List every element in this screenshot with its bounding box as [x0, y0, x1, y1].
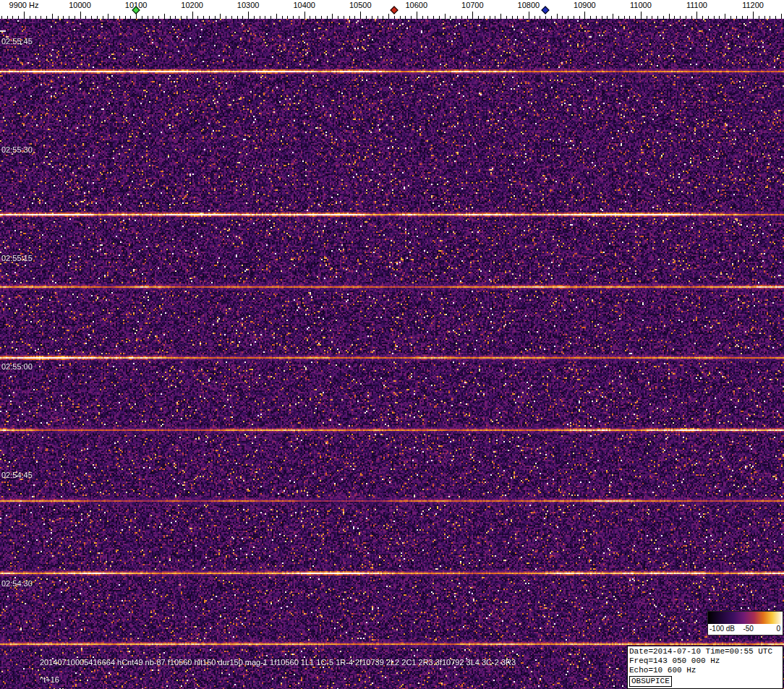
detection-text: 20140710005416664 hCnt49 nb-87 f10560 hi…	[40, 658, 516, 667]
freq-tick-label: 11200	[742, 1, 764, 9]
freq-tick-label: 10600	[405, 1, 427, 9]
info-frequency: Freq=143 050 000 Hz	[629, 656, 781, 666]
time-label: 02:54:45	[1, 471, 33, 479]
info-box: Date=2014-07-10 Time=00:55 UTC Freq=143 …	[627, 646, 783, 689]
colorbar-mid-label: -50	[743, 625, 753, 633]
time-label: 02:55:00	[1, 362, 33, 371]
ruler-tick	[417, 12, 417, 19]
info-station-row: OBSUPICE	[629, 675, 781, 687]
ruler-tick	[332, 14, 333, 19]
colorbar-gradient	[708, 612, 783, 624]
freq-tick-label: 10900	[574, 1, 596, 9]
colorbar-min-label: -100 dB	[710, 625, 735, 633]
freq-tick-label: 10400	[293, 1, 315, 9]
time-label: 02:55:30	[1, 145, 33, 154]
ruler-tick	[584, 12, 585, 19]
ruler-tick	[108, 14, 108, 19]
freq-tick-label: 9900 Hz	[9, 1, 39, 9]
ruler-tick	[472, 12, 473, 19]
ruler-tick	[80, 12, 81, 19]
ruler-tick	[696, 12, 697, 19]
freq-tick-label: 10000	[69, 1, 91, 9]
ruler-tick	[753, 12, 754, 19]
time-label: 02:55:45	[1, 37, 33, 46]
freq-tick-label: 10800	[518, 1, 540, 9]
frequency-ruler[interactable]: 9900 Hz100001010010200103001040010500106…	[0, 0, 784, 19]
ruler-tick	[557, 14, 558, 19]
time-edge-tick	[0, 30, 6, 32]
freq-tick-label: 10500	[349, 1, 372, 9]
ruler-tick	[220, 14, 221, 19]
spectrogram-area: 02:55:4502:55:3002:55:1502:55:0002:54:45…	[0, 19, 784, 689]
ruler-tick	[52, 14, 53, 19]
info-station: OBSUPICE	[629, 676, 672, 687]
ruler-tick	[24, 12, 25, 19]
ruler-tick	[304, 12, 305, 19]
ruler-tick	[669, 14, 670, 19]
freq-tick-label: 10300	[237, 1, 260, 9]
ruler-tick	[192, 12, 193, 19]
ruler-tick	[781, 14, 782, 19]
ruler-tick	[248, 12, 249, 19]
freq-tick-label: 10200	[181, 1, 203, 9]
ruler-tick	[360, 12, 361, 19]
ruler-tick	[613, 14, 613, 19]
ruler-tick	[445, 14, 446, 19]
ruler-tick	[725, 14, 725, 19]
ruler-tick	[500, 14, 501, 19]
ruler-tick	[529, 12, 529, 19]
cursor-readout: ^t+16	[40, 675, 59, 684]
spectrogram-canvas[interactable]	[0, 19, 784, 689]
ruler-tick	[641, 12, 642, 19]
freq-tick-label: 10700	[461, 1, 484, 9]
time-label: 02:54:30	[1, 579, 33, 588]
freq-tick-label: 11000	[630, 1, 652, 9]
time-label: 02:55:15	[1, 254, 33, 262]
marker-red-diamond[interactable]	[390, 6, 398, 14]
ruler-tick	[164, 14, 165, 19]
info-echo: Echo=10 600 Hz	[629, 666, 781, 675]
info-date-time: Date=2014-07-10 Time=00:55 UTC	[629, 647, 781, 656]
spectrum-monitor-window: 9900 Hz100001010010200103001040010500106…	[0, 0, 784, 689]
colorbar: -100 dB -50 0	[707, 611, 783, 635]
ruler-tick	[276, 14, 277, 19]
colorbar-max-label: 0	[776, 625, 780, 633]
colorbar-labels: -100 dB -50 0	[708, 624, 783, 635]
marker-blue-diamond[interactable]	[541, 6, 549, 14]
freq-tick-label: 11100	[686, 1, 707, 9]
ruler-tick	[388, 14, 389, 19]
